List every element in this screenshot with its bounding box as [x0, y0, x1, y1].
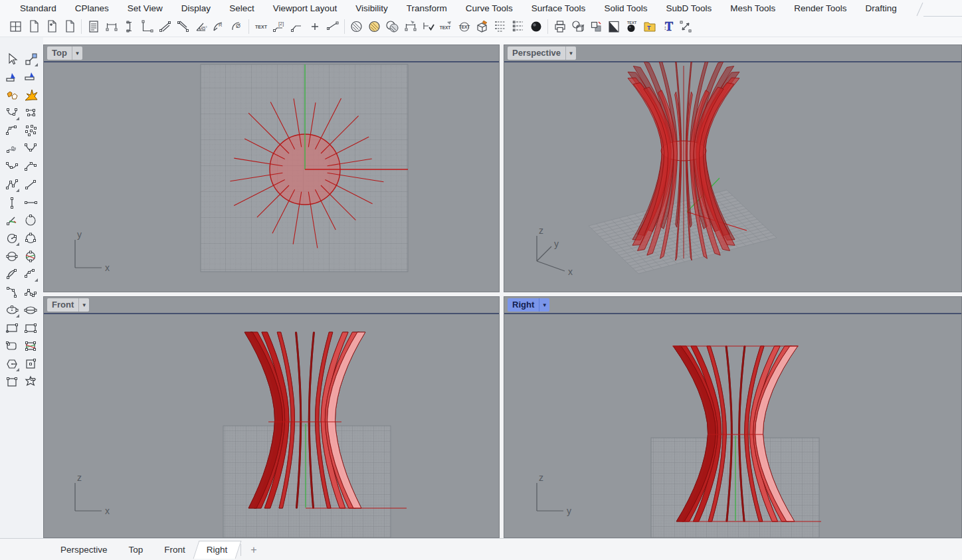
menu-tab-solid-tools[interactable]: Solid Tools	[595, 1, 656, 16]
circle-deformable-button[interactable]	[22, 248, 39, 265]
scale-dimension-button[interactable]	[676, 18, 694, 35]
viewport-menu-chevron-icon[interactable]: ▼	[565, 47, 576, 60]
new-file-button[interactable]	[25, 18, 43, 35]
sphere-tool-button[interactable]	[22, 212, 39, 229]
line-button[interactable]	[22, 176, 39, 193]
recenter-dimension-button[interactable]	[419, 18, 437, 35]
hatch-pattern-button[interactable]	[365, 18, 383, 35]
line-normal-button[interactable]	[3, 212, 21, 229]
rectangle-corner-button[interactable]	[3, 320, 21, 337]
render-shadows-button[interactable]	[587, 18, 605, 35]
ellipse-diameter-button[interactable]	[22, 302, 39, 319]
menu-tab-transform[interactable]: Transform	[397, 1, 456, 16]
dim-radius-button[interactable]: R	[210, 18, 228, 35]
menu-tab-mesh-tools[interactable]: Mesh Tools	[721, 1, 785, 16]
control-point-curve-button[interactable]	[22, 104, 39, 122]
rectangle-3pt-button[interactable]	[22, 320, 39, 337]
curve-blend-button[interactable]	[22, 284, 39, 301]
viewport-tab-front[interactable]: Front	[153, 541, 196, 559]
edit-dimension-button[interactable]	[401, 18, 419, 35]
notes-list-alt-button[interactable]	[509, 18, 527, 35]
viewport-title-top[interactable]: Top ▼	[47, 47, 82, 60]
polygon-center-button[interactable]	[3, 355, 21, 373]
arc-through-points-button[interactable]	[3, 122, 21, 140]
text-find-button[interactable]: TEXT	[455, 18, 473, 35]
interpolate-curve-button[interactable]	[22, 140, 39, 157]
import-text-button[interactable]: T	[640, 18, 658, 35]
sketch-curve-button[interactable]	[3, 140, 21, 157]
notes-button[interactable]	[84, 18, 102, 35]
viewport-canvas-top[interactable]: y x	[44, 62, 499, 292]
hatch-group-button[interactable]	[383, 18, 401, 35]
arc-3pt-button[interactable]	[3, 284, 21, 301]
viewport-tab-right[interactable]: Right	[196, 541, 239, 559]
text-block-button[interactable]: TEXT	[252, 18, 270, 35]
viewport-title-perspective[interactable]: Perspective ▼	[508, 47, 576, 60]
viewport-perspective[interactable]: Perspective ▼ z y x	[504, 45, 962, 292]
menu-tab-curve-tools[interactable]: Curve Tools	[456, 1, 522, 16]
line-segments-button[interactable]	[22, 194, 39, 211]
viewport-top[interactable]: Top ▼ y x	[43, 45, 500, 292]
text-edit-button[interactable]: TEXT	[437, 18, 455, 35]
dim-vertical-button[interactable]	[120, 18, 138, 35]
point-cloud-button[interactable]	[22, 122, 39, 140]
dim-rotated-button[interactable]	[156, 18, 174, 35]
make2d-drawing-button[interactable]	[473, 18, 491, 35]
square-corner-button[interactable]	[3, 373, 21, 391]
viewport-canvas-front[interactable]: z x	[44, 314, 499, 537]
move-copy-button[interactable]	[22, 50, 39, 68]
viewport-title-right[interactable]: Right ▼	[508, 298, 549, 312]
viewport-title-front[interactable]: Front ▼	[47, 298, 89, 312]
menu-tab-display[interactable]: Display	[172, 1, 220, 16]
leader-button[interactable]	[288, 18, 306, 35]
print-display-button[interactable]	[605, 18, 623, 35]
ellipse-center-button[interactable]	[3, 302, 21, 319]
viewport-canvas-perspective[interactable]: z y x	[504, 62, 961, 292]
dim-aligned-button[interactable]	[138, 18, 156, 35]
menu-tab-cplanes[interactable]: CPlanes	[66, 1, 118, 16]
menu-tab-viewport-layout[interactable]: Viewport Layout	[264, 1, 347, 16]
render-text-button[interactable]: TEXT	[623, 18, 640, 35]
explode-button[interactable]	[3, 86, 21, 104]
open-template-button[interactable]	[43, 18, 60, 35]
viewport-menu-chevron-icon[interactable]: ▼	[72, 47, 82, 60]
menu-tab-set-view[interactable]: Set View	[118, 1, 172, 16]
viewport-menu-chevron-icon[interactable]: ▼	[539, 298, 549, 312]
join-blast-button[interactable]	[22, 86, 39, 104]
menu-tab-drafting[interactable]: Drafting	[856, 1, 906, 16]
viewport-tab-perspective[interactable]: Perspective	[50, 541, 118, 559]
render-preview-button[interactable]	[527, 18, 545, 35]
menu-tab-subd-tools[interactable]: SubD Tools	[656, 1, 721, 16]
circle-3pt-button[interactable]	[22, 230, 39, 247]
render-objects-button[interactable]	[569, 18, 587, 35]
menu-tab-surface-tools[interactable]: Surface Tools	[522, 1, 595, 16]
dim-diameter-button[interactable]: Ø	[228, 18, 246, 35]
hatch-button[interactable]	[347, 18, 365, 35]
print-button[interactable]	[551, 18, 569, 35]
dim-curve-length-button[interactable]	[324, 18, 341, 35]
dim-ordinate-button[interactable]	[174, 18, 192, 35]
circle-2pt-button[interactable]	[3, 248, 21, 265]
handle-curve-button[interactable]	[22, 158, 39, 175]
revision-cloud-doc-button[interactable]	[60, 18, 78, 35]
viewport-front[interactable]: Front ▼ z x	[43, 296, 500, 538]
show-objects-button[interactable]	[22, 68, 39, 86]
dim-angle-button[interactable]: 45°	[192, 18, 210, 35]
curve-v-button[interactable]	[3, 158, 21, 175]
arc-start-end-button[interactable]	[22, 266, 39, 283]
menu-tab-visibility[interactable]: Visibility	[346, 1, 397, 16]
point-marker-button[interactable]	[306, 18, 324, 35]
viewport-right[interactable]: Right ▼ z y	[504, 296, 962, 538]
rectangle-deformable-button[interactable]	[22, 337, 39, 355]
text-tool-button[interactable]: ↕T	[658, 18, 676, 35]
select-pointer-button[interactable]	[3, 50, 21, 68]
menu-tab-render-tools[interactable]: Render Tools	[785, 1, 856, 16]
polyline-button[interactable]	[3, 176, 21, 193]
menu-tab-select[interactable]: Select	[220, 1, 264, 16]
star-button[interactable]	[22, 373, 39, 391]
viewport-layout-button[interactable]	[7, 18, 25, 35]
curve-through-points-button[interactable]	[3, 104, 21, 122]
dim-horizontal-button[interactable]	[102, 18, 120, 35]
polygon-edge-button[interactable]	[22, 355, 39, 373]
circle-center-radius-button[interactable]	[3, 230, 21, 247]
